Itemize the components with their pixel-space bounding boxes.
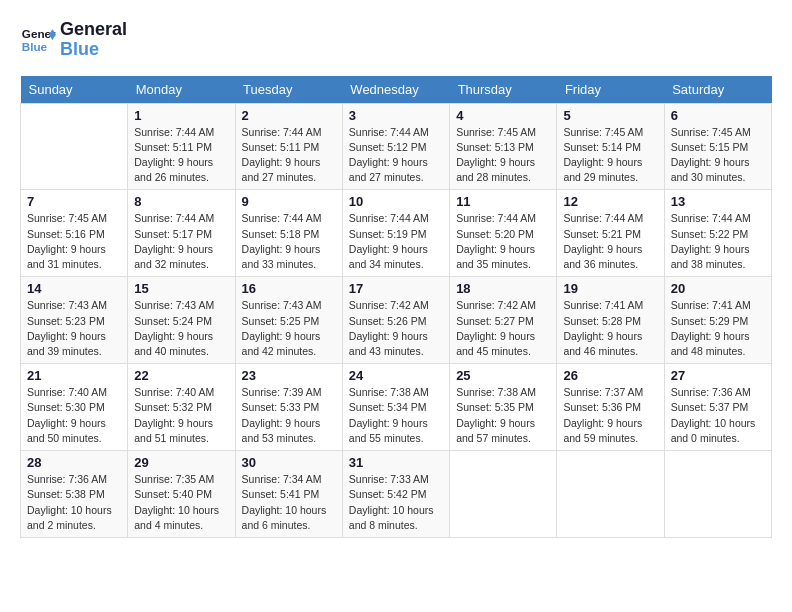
cell-content: Sunrise: 7:44 AM Sunset: 5:20 PM Dayligh…	[456, 211, 550, 272]
weekday-header: Friday	[557, 76, 664, 104]
calendar-cell: 7Sunrise: 7:45 AM Sunset: 5:16 PM Daylig…	[21, 190, 128, 277]
day-number: 18	[456, 281, 550, 296]
calendar-cell: 29Sunrise: 7:35 AM Sunset: 5:40 PM Dayli…	[128, 451, 235, 538]
day-number: 17	[349, 281, 443, 296]
calendar-week-row: 1Sunrise: 7:44 AM Sunset: 5:11 PM Daylig…	[21, 103, 772, 190]
calendar-cell: 28Sunrise: 7:36 AM Sunset: 5:38 PM Dayli…	[21, 451, 128, 538]
calendar-cell: 24Sunrise: 7:38 AM Sunset: 5:34 PM Dayli…	[342, 364, 449, 451]
calendar-cell: 19Sunrise: 7:41 AM Sunset: 5:28 PM Dayli…	[557, 277, 664, 364]
logo-icon: General Blue	[20, 22, 56, 58]
day-number: 11	[456, 194, 550, 209]
cell-content: Sunrise: 7:44 AM Sunset: 5:22 PM Dayligh…	[671, 211, 765, 272]
weekday-header: Tuesday	[235, 76, 342, 104]
day-number: 4	[456, 108, 550, 123]
day-number: 6	[671, 108, 765, 123]
calendar-cell: 20Sunrise: 7:41 AM Sunset: 5:29 PM Dayli…	[664, 277, 771, 364]
day-number: 2	[242, 108, 336, 123]
weekday-header: Saturday	[664, 76, 771, 104]
cell-content: Sunrise: 7:43 AM Sunset: 5:25 PM Dayligh…	[242, 298, 336, 359]
cell-content: Sunrise: 7:44 AM Sunset: 5:21 PM Dayligh…	[563, 211, 657, 272]
cell-content: Sunrise: 7:44 AM Sunset: 5:12 PM Dayligh…	[349, 125, 443, 186]
cell-content: Sunrise: 7:44 AM Sunset: 5:18 PM Dayligh…	[242, 211, 336, 272]
day-number: 30	[242, 455, 336, 470]
cell-content: Sunrise: 7:45 AM Sunset: 5:15 PM Dayligh…	[671, 125, 765, 186]
day-number: 9	[242, 194, 336, 209]
weekday-header: Monday	[128, 76, 235, 104]
calendar-cell: 8Sunrise: 7:44 AM Sunset: 5:17 PM Daylig…	[128, 190, 235, 277]
logo-general: General	[60, 20, 127, 40]
calendar-cell: 5Sunrise: 7:45 AM Sunset: 5:14 PM Daylig…	[557, 103, 664, 190]
logo-blue: Blue	[60, 40, 127, 60]
calendar-cell: 26Sunrise: 7:37 AM Sunset: 5:36 PM Dayli…	[557, 364, 664, 451]
day-number: 1	[134, 108, 228, 123]
calendar-cell	[664, 451, 771, 538]
day-number: 14	[27, 281, 121, 296]
cell-content: Sunrise: 7:43 AM Sunset: 5:24 PM Dayligh…	[134, 298, 228, 359]
cell-content: Sunrise: 7:41 AM Sunset: 5:28 PM Dayligh…	[563, 298, 657, 359]
calendar-cell: 12Sunrise: 7:44 AM Sunset: 5:21 PM Dayli…	[557, 190, 664, 277]
day-number: 24	[349, 368, 443, 383]
day-number: 16	[242, 281, 336, 296]
day-number: 5	[563, 108, 657, 123]
calendar-cell: 15Sunrise: 7:43 AM Sunset: 5:24 PM Dayli…	[128, 277, 235, 364]
calendar-cell: 3Sunrise: 7:44 AM Sunset: 5:12 PM Daylig…	[342, 103, 449, 190]
calendar-table: SundayMondayTuesdayWednesdayThursdayFrid…	[20, 76, 772, 538]
svg-text:Blue: Blue	[22, 40, 48, 53]
cell-content: Sunrise: 7:40 AM Sunset: 5:30 PM Dayligh…	[27, 385, 121, 446]
calendar-cell: 18Sunrise: 7:42 AM Sunset: 5:27 PM Dayli…	[450, 277, 557, 364]
calendar-week-row: 28Sunrise: 7:36 AM Sunset: 5:38 PM Dayli…	[21, 451, 772, 538]
day-number: 21	[27, 368, 121, 383]
day-number: 13	[671, 194, 765, 209]
day-number: 10	[349, 194, 443, 209]
weekday-header-row: SundayMondayTuesdayWednesdayThursdayFrid…	[21, 76, 772, 104]
calendar-cell: 10Sunrise: 7:44 AM Sunset: 5:19 PM Dayli…	[342, 190, 449, 277]
calendar-week-row: 14Sunrise: 7:43 AM Sunset: 5:23 PM Dayli…	[21, 277, 772, 364]
cell-content: Sunrise: 7:44 AM Sunset: 5:17 PM Dayligh…	[134, 211, 228, 272]
calendar-cell: 2Sunrise: 7:44 AM Sunset: 5:11 PM Daylig…	[235, 103, 342, 190]
cell-content: Sunrise: 7:38 AM Sunset: 5:34 PM Dayligh…	[349, 385, 443, 446]
cell-content: Sunrise: 7:42 AM Sunset: 5:26 PM Dayligh…	[349, 298, 443, 359]
calendar-cell: 4Sunrise: 7:45 AM Sunset: 5:13 PM Daylig…	[450, 103, 557, 190]
calendar-cell: 6Sunrise: 7:45 AM Sunset: 5:15 PM Daylig…	[664, 103, 771, 190]
day-number: 20	[671, 281, 765, 296]
day-number: 26	[563, 368, 657, 383]
calendar-cell: 1Sunrise: 7:44 AM Sunset: 5:11 PM Daylig…	[128, 103, 235, 190]
day-number: 25	[456, 368, 550, 383]
calendar-cell: 22Sunrise: 7:40 AM Sunset: 5:32 PM Dayli…	[128, 364, 235, 451]
cell-content: Sunrise: 7:45 AM Sunset: 5:14 PM Dayligh…	[563, 125, 657, 186]
cell-content: Sunrise: 7:35 AM Sunset: 5:40 PM Dayligh…	[134, 472, 228, 533]
calendar-cell	[450, 451, 557, 538]
weekday-header: Sunday	[21, 76, 128, 104]
cell-content: Sunrise: 7:33 AM Sunset: 5:42 PM Dayligh…	[349, 472, 443, 533]
calendar-cell: 30Sunrise: 7:34 AM Sunset: 5:41 PM Dayli…	[235, 451, 342, 538]
day-number: 23	[242, 368, 336, 383]
day-number: 3	[349, 108, 443, 123]
cell-content: Sunrise: 7:45 AM Sunset: 5:16 PM Dayligh…	[27, 211, 121, 272]
cell-content: Sunrise: 7:42 AM Sunset: 5:27 PM Dayligh…	[456, 298, 550, 359]
calendar-cell: 31Sunrise: 7:33 AM Sunset: 5:42 PM Dayli…	[342, 451, 449, 538]
day-number: 8	[134, 194, 228, 209]
weekday-header: Wednesday	[342, 76, 449, 104]
calendar-cell: 16Sunrise: 7:43 AM Sunset: 5:25 PM Dayli…	[235, 277, 342, 364]
calendar-cell: 23Sunrise: 7:39 AM Sunset: 5:33 PM Dayli…	[235, 364, 342, 451]
cell-content: Sunrise: 7:36 AM Sunset: 5:38 PM Dayligh…	[27, 472, 121, 533]
cell-content: Sunrise: 7:44 AM Sunset: 5:19 PM Dayligh…	[349, 211, 443, 272]
calendar-week-row: 21Sunrise: 7:40 AM Sunset: 5:30 PM Dayli…	[21, 364, 772, 451]
day-number: 28	[27, 455, 121, 470]
calendar-cell: 17Sunrise: 7:42 AM Sunset: 5:26 PM Dayli…	[342, 277, 449, 364]
cell-content: Sunrise: 7:38 AM Sunset: 5:35 PM Dayligh…	[456, 385, 550, 446]
cell-content: Sunrise: 7:40 AM Sunset: 5:32 PM Dayligh…	[134, 385, 228, 446]
calendar-cell: 25Sunrise: 7:38 AM Sunset: 5:35 PM Dayli…	[450, 364, 557, 451]
day-number: 7	[27, 194, 121, 209]
cell-content: Sunrise: 7:39 AM Sunset: 5:33 PM Dayligh…	[242, 385, 336, 446]
cell-content: Sunrise: 7:44 AM Sunset: 5:11 PM Dayligh…	[242, 125, 336, 186]
cell-content: Sunrise: 7:36 AM Sunset: 5:37 PM Dayligh…	[671, 385, 765, 446]
cell-content: Sunrise: 7:34 AM Sunset: 5:41 PM Dayligh…	[242, 472, 336, 533]
day-number: 22	[134, 368, 228, 383]
calendar-cell: 27Sunrise: 7:36 AM Sunset: 5:37 PM Dayli…	[664, 364, 771, 451]
weekday-header: Thursday	[450, 76, 557, 104]
cell-content: Sunrise: 7:44 AM Sunset: 5:11 PM Dayligh…	[134, 125, 228, 186]
logo: General Blue General Blue	[20, 20, 127, 60]
day-number: 15	[134, 281, 228, 296]
calendar-cell	[21, 103, 128, 190]
